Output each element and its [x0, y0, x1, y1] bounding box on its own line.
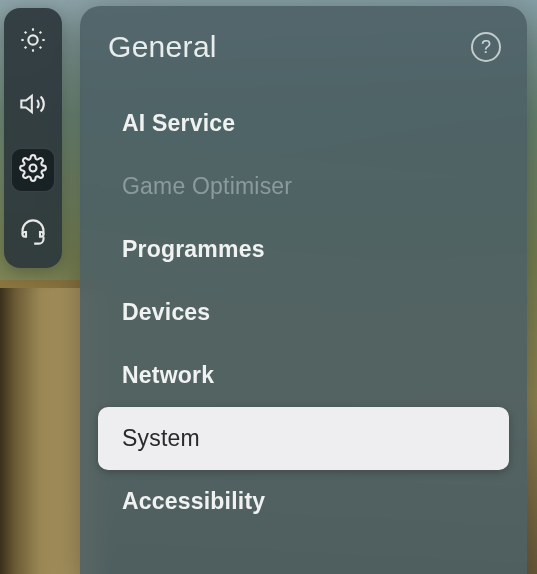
panel-header: General ? [80, 30, 527, 92]
brightness-icon [19, 26, 47, 58]
svg-point-0 [28, 35, 37, 44]
settings-sidebar [4, 8, 62, 268]
headset-icon [19, 218, 47, 250]
sidebar-item-support[interactable] [11, 212, 55, 256]
speaker-icon [19, 90, 47, 122]
sidebar-item-sound[interactable] [11, 84, 55, 128]
sidebar-item-picture[interactable] [11, 20, 55, 64]
gear-icon [19, 154, 47, 186]
svg-marker-9 [21, 96, 31, 112]
menu-item-programmes[interactable]: Programmes [98, 218, 509, 281]
svg-line-4 [40, 47, 42, 49]
svg-line-3 [25, 32, 27, 34]
menu-item-network[interactable]: Network [98, 344, 509, 407]
svg-point-10 [30, 165, 37, 172]
svg-line-8 [40, 32, 42, 34]
svg-line-7 [25, 47, 27, 49]
menu-item-system[interactable]: System [98, 407, 509, 470]
menu-item-devices[interactable]: Devices [98, 281, 509, 344]
help-icon: ? [481, 37, 491, 58]
panel-title: General [108, 30, 217, 64]
menu-item-ai-service[interactable]: AI Service [98, 92, 509, 155]
menu-item-accessibility[interactable]: Accessibility [98, 470, 509, 533]
general-settings-panel: General ? AI Service Game Optimiser Prog… [80, 6, 527, 574]
help-button[interactable]: ? [471, 32, 501, 62]
menu-list: AI Service Game Optimiser Programmes Dev… [80, 92, 527, 533]
menu-item-game-optimiser: Game Optimiser [98, 155, 509, 218]
sidebar-item-general[interactable] [11, 148, 55, 192]
